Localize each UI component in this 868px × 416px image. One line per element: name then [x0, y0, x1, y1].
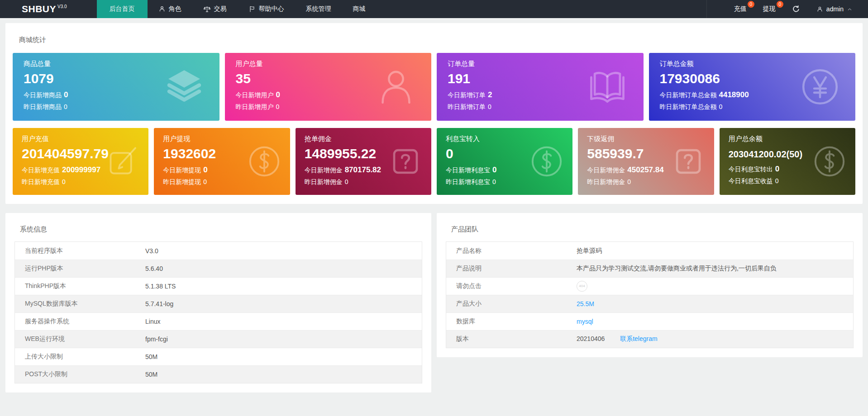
stat-card-user-recharge: 用户充值 201404597.79 今日新增充值200999997 昨日新增充值…: [13, 128, 148, 195]
admin-menu[interactable]: admin: [816, 5, 853, 13]
stat-card-total-products: 商品总量 1079 今日新增商品0 昨日新增商品0: [13, 53, 219, 121]
menu-item-home[interactable]: 后台首页: [97, 0, 148, 18]
recharge-badge: 0: [748, 1, 754, 8]
admin-username: admin: [826, 5, 844, 13]
stat-card-user-balance: 用户总余额 203041200.02(50) 今日利息宝转出0 今日利息宝收益0: [720, 128, 855, 195]
badge-404[interactable]: 404: [577, 281, 587, 292]
system-info-title: 系统信息: [20, 225, 422, 233]
main-menu: 后台首页 角色 交易 帮助中心 系统管理 商城: [97, 0, 377, 18]
admin-user-icon: [816, 6, 823, 13]
menu-item-roles[interactable]: 角色: [148, 0, 192, 18]
user-icon: [158, 5, 166, 13]
product-team-table: 产品名称 抢单源码 产品说明 本产品只为学习测试交流,请勿要做商业或者用于违法行…: [446, 241, 854, 348]
app-logo: SHBUY V3.0: [0, 0, 84, 18]
bottom-section: 系统信息 当前程序版本 V3.0 运行PHP版本 5.6.40 ThinkPHP…: [5, 213, 863, 392]
top-navbar: SHBUY V3.0 后台首页 角色 交易 帮助中心 系统管理: [0, 0, 868, 18]
database-link[interactable]: mysql: [577, 318, 593, 325]
table-row: 数据库 mysql: [446, 312, 853, 330]
flag-icon: [248, 5, 256, 13]
table-row: 运行PHP版本 5.6.40: [15, 260, 422, 277]
table-row: WEB运行环境 fpm-fcgi: [15, 330, 422, 348]
system-info-panel: 系统信息 当前程序版本 V3.0 运行PHP版本 5.6.40 ThinkPHP…: [5, 213, 431, 392]
menu-item-help[interactable]: 帮助中心: [238, 0, 295, 18]
table-row: MySQL数据库版本 5.7.41-log: [15, 295, 422, 312]
stat-card-total-orders: 订单总量 191 今日新增订单2 昨日新增订单0: [437, 53, 644, 121]
system-info-table: 当前程序版本 V3.0 运行PHP版本 5.6.40 ThinkPHP版本 5.…: [14, 241, 422, 383]
stat-card-sub-rebate: 下级返佣 585939.7 今日新增佣金450257.84 昨日新增佣金0: [578, 128, 714, 195]
table-row: ThinkPHP版本 5.1.38 LTS: [15, 277, 422, 295]
refresh-button[interactable]: [792, 5, 800, 13]
logo-version: V3.0: [57, 4, 67, 9]
menu-item-trade[interactable]: 交易: [192, 0, 238, 18]
version-value: 20210406: [577, 335, 605, 342]
product-team-panel: 产品团队 产品名称 抢单源码 产品说明 本产品只为学习测试交流,请勿要做商业或者…: [437, 213, 863, 357]
withdraw-badge: 0: [777, 1, 783, 8]
table-row: 版本 20210406 联系telegram: [446, 330, 853, 348]
menu-item-mall[interactable]: 商城: [342, 0, 377, 18]
logo-text: SHBUY: [22, 4, 56, 14]
stat-card-user-withdraw: 用户提现 1932602 今日新增提现0 昨日新增提现0: [154, 128, 290, 195]
telegram-link[interactable]: 联系telegram: [620, 335, 657, 342]
table-row: 服务器操作系统 Linux: [15, 312, 422, 330]
table-row: 请勿点击 404: [446, 277, 853, 295]
table-row: 上传大小限制 50M: [15, 348, 422, 365]
table-row: 产品名称 抢单源码: [446, 242, 853, 260]
table-row: POST大小限制 50M: [15, 365, 422, 383]
table-row: 产品大小 25.5M: [446, 295, 853, 312]
stats-title: 商城统计: [19, 35, 855, 44]
table-row: 产品说明 本产品只为学习测试交流,请勿要做商业或者用于违法行为,一切后果自负: [446, 260, 853, 277]
stat-card-interest-in: 利息宝转入 0 今日新增利息宝0 昨日新增利息宝0: [437, 128, 572, 195]
stat-card-total-users: 用户总量 35 今日新增用户0 昨日新增用户0: [225, 53, 432, 121]
product-team-title: 产品团队: [451, 225, 854, 233]
stat-card-order-commission: 抢单佣金 1489955.22 今日新增佣金870175.82 昨日新增佣金0: [296, 128, 431, 195]
product-size-link[interactable]: 25.5M: [577, 300, 594, 307]
withdraw-button[interactable]: 提现 0: [763, 5, 776, 13]
table-row: 当前程序版本 V3.0: [15, 242, 422, 260]
stat-card-order-amount: 订单总金额 17930086 今日新增订单总金额4418900 昨日新增订单总金…: [649, 53, 856, 121]
stats-row-2: 用户充值 201404597.79 今日新增充值200999997 昨日新增充值…: [13, 128, 855, 195]
mall-stats-panel: 商城统计 商品总量 1079 今日新增商品0 昨日新增商品0: [5, 23, 863, 204]
main-content: 商城统计 商品总量 1079 今日新增商品0 昨日新增商品0: [0, 18, 868, 392]
navbar-actions: 充值 0 提现 0 admin: [706, 0, 868, 18]
stats-row-1: 商品总量 1079 今日新增商品0 昨日新增商品0 用户总量 35: [13, 53, 855, 121]
menu-item-system[interactable]: 系统管理: [295, 0, 342, 18]
refresh-icon: [792, 5, 800, 13]
scales-icon: [203, 5, 211, 13]
recharge-button[interactable]: 充值 0: [734, 5, 747, 13]
chevron-up-icon: [847, 6, 853, 12]
